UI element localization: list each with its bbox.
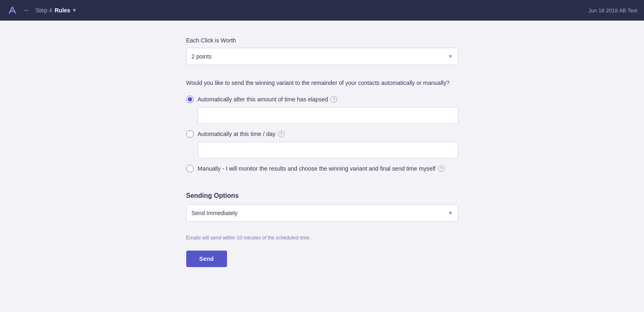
radio-option-manually: Manually - I will monitor the results an… xyxy=(186,165,458,172)
radio-row-auto-time: Automatically after this amount of time … xyxy=(186,96,458,103)
radio-manually[interactable] xyxy=(186,165,194,172)
radio-option-auto-datetime: Automatically at this time / day ? xyxy=(186,130,458,158)
sending-options-select[interactable]: Send Immediately Schedule for later xyxy=(186,204,458,222)
winning-variant-question: Would you like to send the winning varia… xyxy=(186,78,458,87)
click-worth-label: Each Click is Worth xyxy=(186,37,458,44)
top-navigation: ← Step 4 Rules ▼ Jun 18 2018 AB Test xyxy=(0,0,644,21)
form-container: Each Click is Worth 2 points 1 point 3 p… xyxy=(186,37,458,287)
sending-options-label: Sending Options xyxy=(186,192,458,199)
help-manually-icon[interactable]: ? xyxy=(438,165,445,172)
auto-time-input[interactable] xyxy=(198,107,458,124)
auto-datetime-input[interactable] xyxy=(198,142,458,158)
radio-label-auto-time[interactable]: Automatically after this amount of time … xyxy=(198,96,337,103)
app-logo-icon xyxy=(7,5,18,16)
radio-option-auto-time: Automatically after this amount of time … xyxy=(186,96,458,124)
radio-label-auto-datetime[interactable]: Automatically at this time / day ? xyxy=(198,131,285,137)
main-content: Each Click is Worth 2 points 1 point 3 p… xyxy=(0,21,644,312)
help-auto-datetime-icon[interactable]: ? xyxy=(278,131,285,137)
radio-row-manually: Manually - I will monitor the results an… xyxy=(186,165,458,172)
radio-auto-time[interactable] xyxy=(186,96,194,103)
campaign-name: Jun 18 2018 AB Test xyxy=(588,7,637,14)
sending-hint-text: Emails will send within 10 minutes of th… xyxy=(186,235,458,241)
radio-row-auto-datetime: Automatically at this time / day ? xyxy=(186,130,458,138)
click-worth-select[interactable]: 2 points 1 point 3 points 5 points xyxy=(186,48,458,65)
help-auto-time-icon[interactable]: ? xyxy=(330,96,337,103)
chevron-down-icon: ▼ xyxy=(72,7,77,13)
send-button[interactable]: Send xyxy=(186,251,227,267)
step-label: Step 4 xyxy=(35,7,52,14)
radio-auto-datetime[interactable] xyxy=(186,130,194,138)
sending-options-section: Sending Options Send Immediately Schedul… xyxy=(186,192,458,241)
radio-label-manually[interactable]: Manually - I will monitor the results an… xyxy=(198,165,445,172)
sending-options-dropdown-wrapper: Send Immediately Schedule for later ▼ xyxy=(186,204,458,222)
back-button[interactable]: ← xyxy=(23,7,30,14)
click-worth-dropdown-wrapper: 2 points 1 point 3 points 5 points ▼ xyxy=(186,48,458,65)
step-title: Rules xyxy=(54,7,70,14)
winning-variant-options: Automatically after this amount of time … xyxy=(186,96,458,179)
